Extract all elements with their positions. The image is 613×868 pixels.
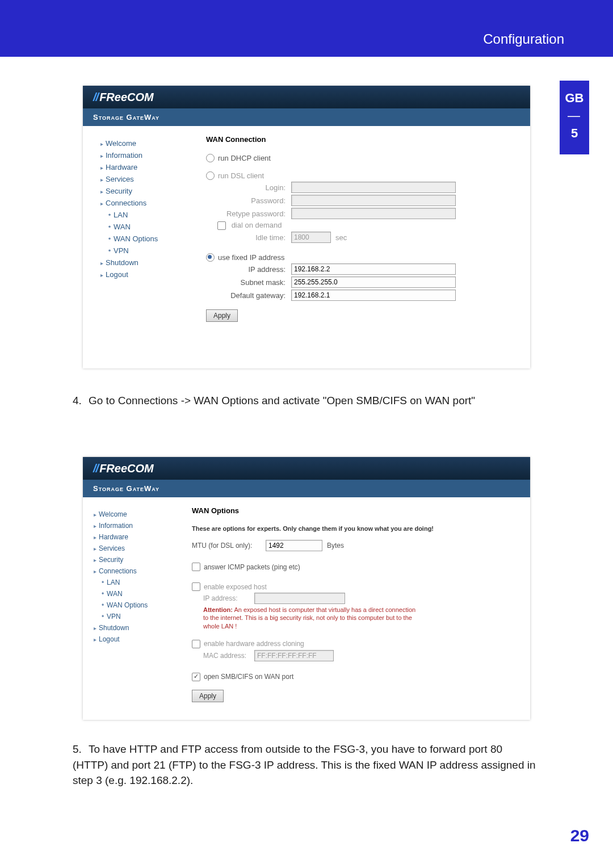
- instruction-step-5: 5.To have HTTP and FTP access from outsi…: [73, 741, 540, 789]
- exposed-label: enable exposed host: [204, 583, 267, 591]
- mask-input[interactable]: [291, 276, 456, 288]
- nav-shutdown[interactable]: Shutdown: [83, 622, 179, 634]
- nav-vpn[interactable]: VPN: [83, 245, 194, 257]
- step-text: Go to Connections -> WAN Options and act…: [89, 395, 475, 406]
- chapter-number: 5: [560, 125, 589, 142]
- idle-input[interactable]: [291, 232, 331, 243]
- radio-fixed-ip-label: use fixed IP address: [218, 253, 285, 262]
- brand-subtitle: Storage GateWay: [83, 108, 530, 126]
- attention-text: An exposed host is computer that virtual…: [203, 606, 415, 630]
- ip-label: IP address:: [206, 265, 291, 274]
- page-title: Configuration: [483, 31, 564, 47]
- nav-welcome[interactable]: Welcome: [83, 509, 179, 520]
- retype-label: Retype password:: [206, 209, 291, 218]
- nav-lan[interactable]: LAN: [83, 209, 194, 221]
- idle-label: Idle time:: [206, 233, 291, 242]
- exposed-note: Attention: An exposed host is computer t…: [192, 606, 419, 630]
- radio-dhcp-label: run DHCP client: [218, 154, 271, 162]
- dial-label: dial on demand: [232, 221, 282, 229]
- mtu-label: MTU (for DSL only):: [192, 542, 266, 550]
- nav-connections[interactable]: Connections: [83, 565, 179, 577]
- clone-checkbox[interactable]: [192, 640, 200, 648]
- smb-label: open SMB/CIFS on WAN port: [204, 673, 293, 681]
- password-label: Password:: [206, 196, 291, 205]
- exposed-checkbox[interactable]: [192, 582, 200, 591]
- instruction-step-4: 4.Go to Connections -> WAN Options and a…: [73, 393, 540, 409]
- radio-fixed-ip[interactable]: [206, 253, 215, 262]
- idle-unit: sec: [335, 233, 347, 242]
- exposed-ip-input[interactable]: [254, 593, 345, 604]
- nav-connections[interactable]: Connections: [83, 197, 194, 209]
- content-pane: WAN Options These are options for expert…: [179, 497, 530, 711]
- clone-label: enable hardware address cloning: [204, 640, 304, 648]
- nav-security[interactable]: Security: [83, 185, 194, 197]
- attention-label: Attention:: [203, 606, 233, 613]
- retype-input[interactable]: [291, 208, 456, 219]
- step-number: 4.: [73, 393, 89, 409]
- mtu-input[interactable]: [266, 540, 322, 551]
- icmp-checkbox[interactable]: [192, 563, 200, 571]
- nav-shutdown[interactable]: Shutdown: [83, 257, 194, 269]
- smb-checkbox[interactable]: [192, 673, 200, 681]
- brand-name: FReeCOM: [99, 462, 154, 475]
- dial-checkbox[interactable]: [217, 221, 226, 230]
- lang-code: GB: [560, 90, 589, 107]
- expert-warning: These are options for experts. Only chan…: [192, 525, 518, 532]
- brand-bar: // FReeCOM: [83, 457, 530, 480]
- ip-input[interactable]: [291, 263, 456, 275]
- separator: —: [560, 107, 589, 125]
- nav-hardware[interactable]: Hardware: [83, 161, 194, 173]
- brand-subtitle: Storage GateWay: [83, 480, 530, 497]
- nav-welcome[interactable]: Welcome: [83, 137, 194, 149]
- step-text: To have HTTP and FTP access from outside…: [73, 743, 536, 786]
- page-header: Configuration: [0, 0, 613, 57]
- radio-dsl[interactable]: [206, 171, 215, 180]
- login-label: Login:: [206, 183, 291, 192]
- screenshot-wan-options: // FReeCOM Storage GateWay Welcome Infor…: [83, 457, 530, 720]
- page-number: 29: [570, 826, 589, 845]
- content-pane: WAN Connection run DHCP client run DSL c…: [194, 126, 530, 331]
- nav-wan-options[interactable]: WAN Options: [83, 599, 179, 611]
- gw-label: Default gateway:: [206, 291, 291, 300]
- apply-button[interactable]: Apply: [206, 309, 238, 322]
- nav-hardware[interactable]: Hardware: [83, 531, 179, 543]
- nav-services[interactable]: Services: [83, 543, 179, 554]
- gw-input[interactable]: [291, 290, 456, 301]
- nav-security[interactable]: Security: [83, 554, 179, 565]
- apply-button[interactable]: Apply: [192, 690, 224, 702]
- exposed-ip-label: IP address:: [203, 594, 254, 602]
- pane-title: WAN Connection: [206, 135, 518, 144]
- nav-wan-options[interactable]: WAN Options: [83, 233, 194, 245]
- radio-dhcp[interactable]: [206, 154, 215, 162]
- nav-wan[interactable]: WAN: [83, 221, 194, 233]
- nav-information[interactable]: Information: [83, 520, 179, 531]
- mac-input[interactable]: [254, 650, 334, 661]
- brand-name: FReeCOM: [99, 91, 154, 104]
- nav-vpn[interactable]: VPN: [83, 611, 179, 622]
- nav-services[interactable]: Services: [83, 173, 194, 185]
- nav-logout[interactable]: Logout: [83, 634, 179, 645]
- mtu-unit: Bytes: [327, 542, 344, 550]
- mask-label: Subnet mask:: [206, 278, 291, 287]
- section-tab: GB — 5: [560, 81, 589, 154]
- logo-slash-icon: //: [93, 91, 98, 104]
- nav-lan[interactable]: LAN: [83, 577, 179, 588]
- screenshot-wan-connection: // FReeCOM Storage GateWay Welcome Infor…: [83, 86, 530, 368]
- sidebar-nav: Welcome Information Hardware Services Se…: [83, 497, 179, 711]
- nav-wan[interactable]: WAN: [83, 588, 179, 599]
- nav-information[interactable]: Information: [83, 149, 194, 161]
- login-input[interactable]: [291, 182, 456, 193]
- password-input[interactable]: [291, 195, 456, 206]
- brand-bar: // FReeCOM: [83, 86, 530, 108]
- sidebar-nav: Welcome Information Hardware Services Se…: [83, 126, 194, 331]
- icmp-label: answer ICMP packets (ping etc): [204, 563, 300, 571]
- pane-title: WAN Options: [192, 506, 518, 515]
- step-number: 5.: [73, 741, 89, 757]
- radio-dsl-label: run DSL client: [218, 171, 264, 180]
- nav-logout[interactable]: Logout: [83, 269, 194, 280]
- logo-slash-icon: //: [93, 462, 98, 475]
- mac-label: MAC address:: [203, 652, 254, 660]
